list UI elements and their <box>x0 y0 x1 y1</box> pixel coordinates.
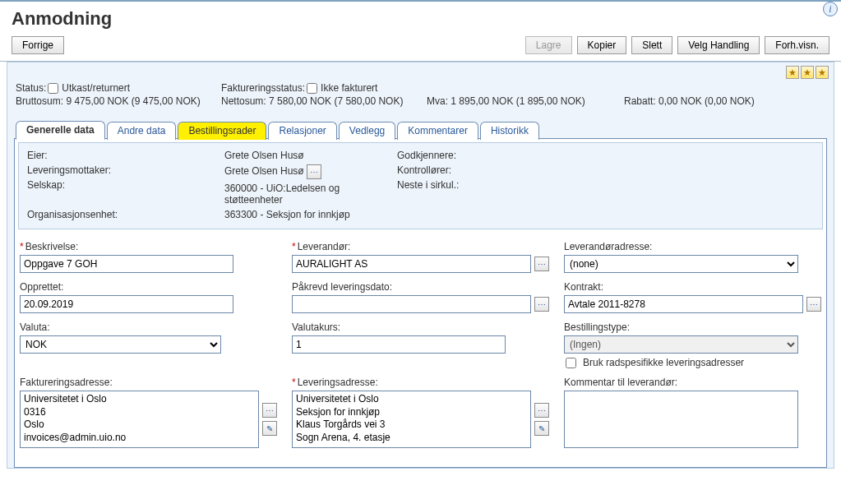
preview-button[interactable]: Forh.visn. <box>765 36 829 54</box>
req-delivery-input[interactable] <box>292 295 531 313</box>
row-specific-checkbox[interactable] <box>566 358 576 368</box>
tab-relations[interactable]: Relasjoner <box>268 122 336 140</box>
vat-label: Mva: <box>427 95 448 107</box>
status-value: Utkast/returnert <box>62 82 130 94</box>
row-specific-label: Bruk radspesifikke leveringsadresser <box>583 357 744 368</box>
star-alt-icon[interactable]: ★ <box>816 66 829 79</box>
company-value: 360000 - UiO:Ledelsen og støtteenheter <box>224 181 397 207</box>
tabs: Generelle data Andre data Bestillingsrad… <box>14 120 827 139</box>
supplier-comment-label: Kommentar til leverandør: <box>564 377 821 388</box>
gross-label: Bruttosum: <box>16 95 63 107</box>
owner-label: Eier: <box>27 148 224 163</box>
orgunit-label: Organisasjonsenhet: <box>27 207 224 222</box>
owners-panel: Eier: Leveringsmottaker: Selskap: Organi… <box>18 142 823 229</box>
tab-order-lines[interactable]: Bestillingsrader <box>178 122 266 140</box>
gross-value: 9 475,00 NOK (9 475,00 NOK) <box>66 95 200 107</box>
invoice-addr-edit-button[interactable]: ✎ <box>262 421 277 436</box>
owner-value: Grete Olsen Husø <box>224 148 397 163</box>
controllers-label: Kontrollører: <box>397 163 561 178</box>
vat-value: 1 895,00 NOK (1 895,00 NOK) <box>451 95 585 107</box>
toolbar: Forrige Lagre Kopier Slett Velg Handling… <box>0 33 841 62</box>
delivery-address-textarea[interactable] <box>292 391 531 448</box>
choose-action-button[interactable]: Velg Handling <box>677 36 760 54</box>
order-type-select[interactable]: (Ingen) <box>564 335 798 354</box>
supplier-input[interactable] <box>292 255 531 273</box>
exchange-label: Valutakurs: <box>292 321 549 333</box>
orgunit-value: 363300 - Seksjon for innkjøp <box>224 207 397 222</box>
supplier-address-select[interactable]: (none) <box>564 255 798 273</box>
tab-comments[interactable]: Kommentarer <box>397 122 478 140</box>
contract-label: Kontrakt: <box>564 281 821 293</box>
req-delivery-date-button[interactable]: ⋯ <box>534 297 549 312</box>
currency-select[interactable]: NOK <box>20 335 221 354</box>
invoice-addr-label: Faktureringsadresse: <box>20 377 277 388</box>
company-label: Selskap: <box>27 178 224 192</box>
currency-label: Valuta: <box>20 321 277 333</box>
tab-history[interactable]: Historikk <box>480 122 539 140</box>
recipient-label: Leveringsmottaker: <box>27 163 224 178</box>
previous-button[interactable]: Forrige <box>12 36 64 54</box>
tab-other-data[interactable]: Andre data <box>107 122 177 140</box>
discount-label: Rabatt: <box>624 95 656 107</box>
save-button[interactable]: Lagre <box>525 36 572 54</box>
delivery-addr-label: Leveringsadresse: <box>298 377 378 388</box>
contract-input[interactable] <box>564 295 803 313</box>
supplier-addr-label: Leverandøradresse: <box>564 241 821 252</box>
tab-attachments[interactable]: Vedlegg <box>339 122 395 140</box>
status-checkbox[interactable] <box>48 83 58 94</box>
contract-lookup-button[interactable]: ⋯ <box>806 297 821 312</box>
desc-label: Beskrivelse: <box>25 241 79 252</box>
discount-value: 0,00 NOK (0,00 NOK) <box>658 95 755 107</box>
next-in-circ-label: Neste i sirkul.: <box>397 178 561 192</box>
approvers-label: Godkjennere: <box>397 148 561 163</box>
exchange-rate-input[interactable] <box>292 335 506 354</box>
delete-button[interactable]: Slett <box>631 36 672 54</box>
form-area: *Beskrivelse: Opprettet: Valuta: NOK <box>15 233 826 467</box>
net-label: Nettosum: <box>221 95 266 107</box>
supplier-lookup-button[interactable]: ⋯ <box>534 257 549 271</box>
status-label: Status: <box>16 82 46 94</box>
star-add-icon[interactable]: ★ <box>786 66 799 79</box>
delivery-addr-lookup-button[interactable]: ⋯ <box>534 403 549 418</box>
supplier-comment-textarea[interactable] <box>564 391 798 448</box>
supplier-label: Leverandør: <box>298 241 351 252</box>
summary-panel: ★ ★ ★ Status: Utkast/returnert Faktureri… <box>7 62 834 469</box>
invoice-address-textarea[interactable] <box>20 391 259 448</box>
description-input[interactable] <box>20 255 233 273</box>
star-fav-icon[interactable]: ★ <box>801 66 814 79</box>
invoice-status-checkbox[interactable] <box>307 83 317 94</box>
req-delivery-label: Påkrevd leveringsdato: <box>292 281 549 293</box>
info-icon[interactable]: i <box>823 2 838 16</box>
invoice-status-value: Ikke fakturert <box>321 82 377 94</box>
recipient-value: Grete Olsen Husø <box>224 165 304 177</box>
created-label: Opprettet: <box>20 281 277 293</box>
tab-general[interactable]: Generelle data <box>16 121 105 140</box>
created-input[interactable] <box>20 295 233 313</box>
page-title: Anmodning <box>0 0 841 33</box>
invoice-addr-lookup-button[interactable]: ⋯ <box>262 403 277 418</box>
net-value: 7 580,00 NOK (7 580,00 NOK) <box>269 95 403 107</box>
order-type-label: Bestillingstype: <box>564 321 821 333</box>
delivery-addr-edit-button[interactable]: ✎ <box>534 421 549 436</box>
copy-button[interactable]: Kopier <box>577 36 627 54</box>
recipient-lookup-button[interactable]: ⋯ <box>307 164 321 179</box>
invoice-status-label: Faktureringsstatus: <box>221 82 305 94</box>
